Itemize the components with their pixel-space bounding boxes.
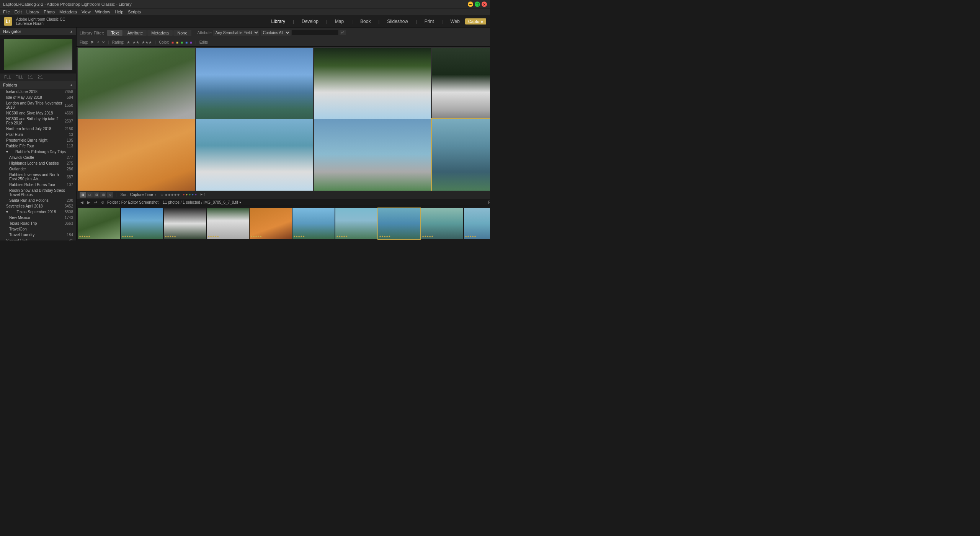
nav-map[interactable]: Map	[333, 18, 345, 25]
filmstrip-thumb-9[interactable]: ★★★★★	[421, 208, 463, 239]
folder-seychelles[interactable]: Seychelles April 2018 5452	[0, 203, 76, 209]
rating-star3[interactable]: ★★★	[142, 40, 152, 44]
folder-isle[interactable]: Isle of May July 2018 584	[0, 95, 76, 100]
minimize-button[interactable]: −	[468, 2, 473, 7]
folder-new-mexico[interactable]: New Mexico 1743	[0, 215, 76, 221]
loupe-view-button[interactable]: □	[87, 192, 93, 198]
folder-travel-laundry[interactable]: Travel Laundry 184	[0, 232, 76, 238]
zoom-2to1[interactable]: 2:1	[36, 75, 44, 80]
nav-develop[interactable]: Develop	[300, 18, 320, 25]
folders-header[interactable]: Folders ▲	[0, 81, 76, 89]
folder-highlands[interactable]: Highlands Lochs and Castles 275	[0, 160, 76, 166]
menu-metadata[interactable]: Metadata	[59, 10, 77, 14]
folder-nc500b[interactable]: NC500 and Birthday trip take 2 Feb 2018 …	[0, 116, 76, 126]
menu-file[interactable]: File	[3, 10, 10, 14]
sort-value[interactable]: Capture Time	[130, 193, 153, 197]
nav-arrow-prev[interactable]: ←	[210, 193, 214, 197]
zoom-1to1[interactable]: 1:1	[26, 75, 34, 80]
filmstrip-thumb-2[interactable]: ★★★★★	[121, 208, 163, 239]
filmstrip-thumb-10[interactable]: ★★★★★	[464, 208, 490, 239]
folder-santa[interactable]: Santa Run and Potions 200	[0, 198, 76, 203]
close-button[interactable]: ×	[482, 2, 487, 7]
color-red[interactable]: ■	[172, 40, 174, 44]
star-filter-icon[interactable]: ☆	[160, 193, 163, 197]
people-view-button[interactable]: ☺	[107, 192, 113, 198]
flag-flagged[interactable]: ⚐	[96, 40, 100, 44]
folder-pilar[interactable]: Pilar Rum 13	[0, 132, 76, 137]
survey-view-button[interactable]: ⊟	[100, 192, 106, 198]
maximize-button[interactable]: □	[475, 2, 480, 7]
folder-texas[interactable]: ▾ Texas September 2018 5508	[0, 209, 76, 215]
color-dot-green[interactable]: ●	[189, 193, 191, 196]
menu-edit[interactable]: Edit	[15, 10, 22, 14]
rating-star2[interactable]: ★★	[132, 40, 139, 44]
sort-direction-icon[interactable]: ↑	[155, 193, 157, 197]
photo-cell-5[interactable]: 5 ★★★★★ ⊕ ⊘	[78, 119, 195, 191]
nav-web[interactable]: Web	[449, 18, 461, 25]
filmstrip-thumb-7[interactable]: ★★★★★	[335, 208, 377, 239]
menu-view[interactable]: View	[82, 10, 91, 14]
filmstrip-thumb-8[interactable]: ★★★★★	[378, 208, 420, 239]
color-dot-purple[interactable]: ●	[195, 193, 197, 196]
rating-star1[interactable]: ★	[127, 40, 130, 44]
color-blue[interactable]: ■	[185, 40, 188, 44]
folder-roslin[interactable]: Roslin Snow and Birthday Stress Travel P…	[0, 188, 76, 198]
filter-tab-attribute[interactable]: Attribute	[123, 30, 147, 36]
grid-view-button[interactable]: ⊞	[80, 192, 86, 198]
filmstrip-nav-arrows[interactable]: ⇄	[93, 200, 98, 204]
menu-library[interactable]: Library	[26, 10, 39, 14]
zoom-fill[interactable]: FLL	[3, 75, 12, 80]
folder-second-flight[interactable]: Second Flight 41	[0, 238, 76, 240]
menu-scripts[interactable]: Scripts	[128, 10, 141, 14]
filter-tab-metadata[interactable]: Metadata	[147, 30, 173, 36]
photo-cell-8[interactable]: 8 ★★★★★ ⊕ ⊘	[432, 119, 490, 191]
zoom-fill2[interactable]: FILL	[14, 75, 24, 80]
nav-arrow-next[interactable]: →	[216, 193, 219, 197]
search-field-select[interactable]: Any Searchable Field	[213, 30, 259, 36]
color-dot-yellow[interactable]: ●	[186, 193, 188, 196]
folder-london[interactable]: London and Day Trips November 2018 1550	[0, 100, 76, 110]
color-purple[interactable]: ■	[190, 40, 192, 44]
filmstrip-thumb-1[interactable]: ★★★★★	[78, 208, 120, 239]
search-input[interactable]	[292, 30, 338, 35]
color-yellow[interactable]: ■	[176, 40, 178, 44]
menu-photo[interactable]: Photo	[44, 10, 55, 14]
star-filter-stars[interactable]: ★★★★★	[165, 193, 180, 197]
flag-unflagged[interactable]: ⚑	[90, 40, 94, 44]
filter-tab-text[interactable]: Text	[107, 30, 122, 36]
flag-rejected[interactable]: ✕	[102, 40, 105, 44]
flag-filter-icon[interactable]: ⚑ ⚐	[200, 193, 207, 197]
filmstrip-thumb-3[interactable]: ★★★★★	[164, 208, 206, 239]
folder-alnwick[interactable]: Alnwick Castle 277	[0, 155, 76, 160]
filmstrip-thumb-4[interactable]: ★★★★★	[207, 208, 249, 239]
folder-rabbie-fife[interactable]: Rabbie Fife Tour 113	[0, 143, 76, 149]
folder-rabbies-inv[interactable]: Rabbies Inverness and North East 250 plu…	[0, 172, 76, 182]
filmstrip-nav-next[interactable]: ▶	[87, 200, 91, 204]
nav-library[interactable]: Library	[270, 18, 287, 25]
folder-nc500[interactable]: NC500 and Skye May 2018 4669	[0, 110, 76, 116]
nav-book[interactable]: Book	[359, 18, 372, 25]
search-submit-button[interactable]: ⏎	[340, 30, 346, 35]
filmstrip-nav-prev[interactable]: ◀	[80, 200, 84, 204]
folder-texas-road[interactable]: Texas Road Trip 3663	[0, 221, 76, 226]
filmstrip-thumb-5[interactable]: ★★★★★	[250, 208, 292, 239]
filmstrip-nav-up[interactable]: ⊙	[100, 200, 105, 204]
navigator-header[interactable]: Navigator ▲	[0, 28, 76, 35]
color-dot-red[interactable]: ●	[183, 193, 185, 196]
folder-outlander[interactable]: Outlander 286	[0, 166, 76, 172]
photo-cell-7[interactable]: 7 ★★★★★ ⊕ ⊘	[314, 119, 431, 191]
folder-travelcon[interactable]: TravelCon	[0, 226, 76, 232]
nav-slideshow[interactable]: Slideshow	[385, 18, 410, 25]
filmstrip-thumb-6[interactable]: ★★★★★	[292, 208, 335, 239]
search-rule-select[interactable]: Contains All	[261, 30, 291, 36]
folder-rabbies-edin[interactable]: ▾ Rabbie's Edinburgh Day Trips	[0, 149, 76, 155]
color-dot-blue[interactable]: ●	[192, 193, 194, 196]
compare-view-button[interactable]: ⊡	[93, 192, 100, 198]
photo-cell-6[interactable]: 6 ★★★★★ ⊕ ⊘	[196, 119, 313, 191]
folder-iceland[interactable]: Iceland June 2018 7658	[0, 89, 76, 95]
folder-rabbies-burns[interactable]: Rabbies Robert Burns Tour 107	[0, 182, 76, 188]
capture-button[interactable]: Capture	[465, 18, 486, 25]
menu-window[interactable]: Window	[95, 10, 110, 14]
filter-tab-none[interactable]: None	[173, 30, 191, 36]
folder-prestonfield[interactable]: Prestonfield Burns Night 105	[0, 137, 76, 143]
